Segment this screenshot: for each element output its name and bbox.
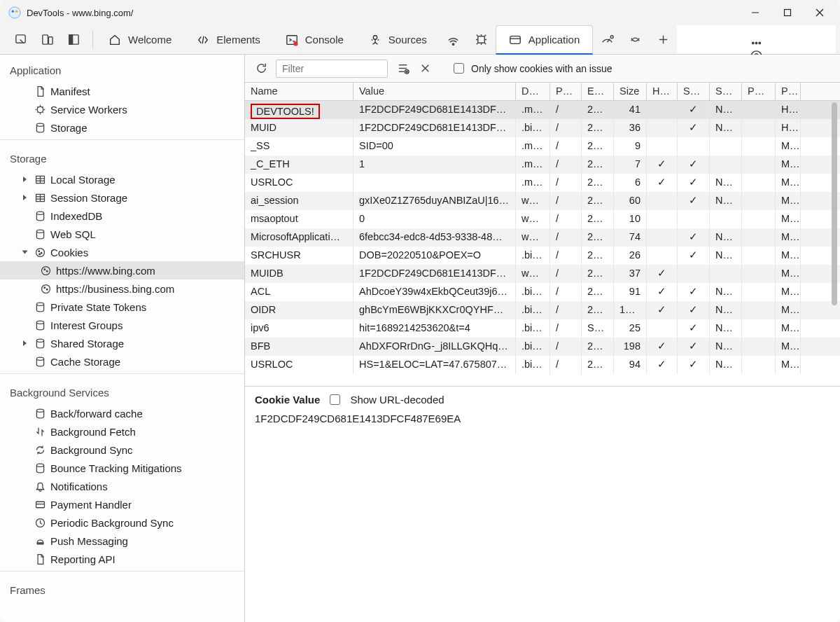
gesture-icon[interactable] [621, 25, 649, 54]
table-row[interactable]: ipv6hit=1689214253620&t=4.bi…/Ses…25✓No…… [245, 319, 840, 338]
sidebar-cookie-origin-bing[interactable]: https://www.bing.com [0, 261, 244, 279]
sidebar-bfcache[interactable]: Back/forward cache [0, 404, 244, 422]
tab-sources[interactable]: Sources [356, 25, 440, 54]
sidebar-local-storage[interactable]: Local Storage [0, 170, 244, 188]
refresh-icon[interactable] [253, 61, 269, 76]
sidebar-interest-groups[interactable]: Interest Groups [0, 316, 244, 334]
tab-welcome[interactable]: Welcome [96, 25, 184, 54]
sidebar-notifications[interactable]: Notifications [0, 477, 244, 495]
sidebar-bg-sync[interactable]: Background Sync [0, 441, 244, 459]
add-tab-icon[interactable] [649, 25, 677, 54]
dock-icon[interactable] [62, 33, 85, 46]
table-row[interactable]: MicrosoftApplicati…6febcc34-edc8-4d53-93… [245, 228, 840, 247]
tab-label: Welcome [128, 34, 172, 46]
cookie-value-text: 1F2DCDF249CD681E1413DFCF487E69EA [255, 413, 830, 424]
table-header[interactable]: Name Value Do… Path Ex… Size Htt… Sec… S… [245, 83, 840, 101]
svg-point-28 [36, 123, 43, 126]
table-row[interactable]: _C_ETH1.ms…/20…7✓✓Me… [245, 156, 840, 174]
sidebar-websql[interactable]: Web SQL [0, 225, 244, 243]
sidebar-service-workers[interactable]: Service Workers [0, 100, 244, 118]
window-title: DevTools - www.bing.com/ [27, 8, 739, 18]
svg-point-45 [46, 270, 48, 272]
table-row[interactable]: MUID1F2DCDF249CD681E1413DFC….bi…/20…36✓N… [245, 119, 840, 137]
tab-console[interactable]: Console [273, 25, 356, 54]
table-row[interactable]: msaoptout0ww…/20…10Me… [245, 210, 840, 228]
sidebar-shared-storage[interactable]: Shared Storage [0, 334, 244, 352]
svg-point-39 [36, 248, 44, 256]
filter-input[interactable] [276, 60, 388, 78]
minimize-button[interactable] [739, 2, 771, 23]
tab-label: Elements [216, 34, 260, 46]
url-decoded-checkbox[interactable] [330, 394, 340, 405]
only-issue-checkbox[interactable] [454, 63, 464, 74]
svg-point-47 [43, 286, 45, 288]
table-row[interactable]: USRLOC.ms…/20…6✓✓No…Me… [245, 174, 840, 192]
sidebar-session-storage[interactable]: Session Storage [0, 188, 244, 207]
sidebar-periodic-sync[interactable]: Periodic Background Sync [0, 513, 244, 532]
svg-point-24 [759, 42, 760, 43]
sidebar-reporting[interactable]: Reporting API [0, 550, 244, 568]
memory-icon[interactable] [468, 25, 496, 54]
svg-point-53 [36, 409, 43, 412]
svg-point-2 [15, 10, 18, 13]
performance-icon[interactable] [593, 25, 621, 54]
maximize-button[interactable] [771, 2, 804, 23]
section-storage: Storage [0, 143, 244, 170]
table-row[interactable]: ACLAhDcoeY39w4xEkbQCeut39j6….bi…/20…91✓✓… [245, 283, 840, 301]
svg-point-51 [36, 339, 43, 342]
clear-list-icon[interactable] [395, 61, 410, 76]
svg-point-43 [41, 266, 50, 275]
detail-title: Cookie Value [255, 394, 320, 406]
table-row[interactable]: DEVTOOLS!1F2DCDF249CD681E1413DFC….ms…/20… [245, 101, 840, 119]
svg-point-19 [610, 36, 613, 39]
cookie-detail: Cookie Value Show URL-decoded 1F2DCDF249… [245, 387, 840, 622]
sidebar-private-state-tokens[interactable]: Private State Tokens [0, 298, 244, 316]
cookies-table[interactable]: Name Value Do… Path Ex… Size Htt… Sec… S… [245, 83, 840, 387]
sidebar-bounce[interactable]: Bounce Tracking Mitigations [0, 459, 244, 477]
close-button[interactable] [804, 2, 836, 23]
svg-point-44 [43, 268, 45, 270]
sidebar-push[interactable]: Push Messaging [0, 532, 244, 550]
svg-rect-4 [785, 10, 791, 16]
cookies-toolbar: Only show cookies with an issue [245, 55, 840, 83]
table-row[interactable]: ai_sessiongxIXe0Z1Z765duyANBIZaU|16…ww…/… [245, 192, 840, 210]
delete-icon[interactable] [417, 61, 433, 76]
sidebar-cookie-origin-business[interactable]: https://business.bing.com [0, 279, 244, 298]
sidebar-storage[interactable]: Storage [0, 118, 244, 137]
table-row[interactable]: OIDRghBcYmE6WBjKKXCr0QYHFPX….bi…/20…1159… [245, 301, 840, 319]
tab-label: Sources [388, 34, 427, 46]
table-row[interactable]: _SSSID=00.ms…/20…9Me… [245, 137, 840, 156]
svg-rect-55 [36, 502, 44, 508]
svg-point-23 [755, 42, 757, 43]
sidebar[interactable]: Application Manifest Service Workers Sto… [0, 55, 245, 622]
network-conditions-icon[interactable] [440, 25, 468, 54]
sidebar-manifest[interactable]: Manifest [0, 82, 244, 100]
sidebar-cookies[interactable]: Cookies [0, 243, 244, 261]
table-row[interactable]: MUIDB1F2DCDF249CD681E1413DFC…ww…/20…37✓M… [245, 265, 840, 283]
svg-rect-7 [15, 35, 24, 43]
table-row[interactable]: USRLOCHS=1&ELOC=LAT=47.675807….bi…/20…94… [245, 356, 840, 374]
device-toggle-icon[interactable] [35, 33, 59, 46]
tab-application[interactable]: Application [496, 25, 593, 55]
svg-point-14 [373, 35, 377, 39]
sidebar-payment[interactable]: Payment Handler [0, 495, 244, 513]
cookies-panel: Only show cookies with an issue Name Val… [245, 55, 840, 622]
more-icon[interactable] [741, 36, 772, 50]
svg-point-54 [36, 464, 43, 466]
tab-elements[interactable]: Elements [184, 25, 273, 54]
tab-label: Console [305, 34, 344, 46]
svg-rect-11 [69, 35, 72, 44]
table-row[interactable]: BFBAhDXFORrDnG-_j8ILLGKQHq….bi…/20…198✓✓… [245, 338, 840, 356]
table-row[interactable]: SRCHUSRDOB=20220510&POEX=O.bi…/20…26✓No…… [245, 247, 840, 265]
svg-point-1 [12, 10, 15, 13]
url-decoded-label: Show URL-decoded [350, 394, 444, 406]
sidebar-indexeddb[interactable]: IndexedDB [0, 207, 244, 225]
inspect-icon[interactable] [8, 33, 32, 46]
svg-point-49 [36, 303, 43, 305]
sidebar-bg-fetch[interactable]: Background Fetch [0, 422, 244, 441]
svg-point-37 [36, 212, 43, 214]
table-scrollbar[interactable] [830, 102, 839, 385]
sidebar-cache-storage[interactable]: Cache Storage [0, 352, 244, 371]
section-application: Application [0, 55, 244, 82]
svg-point-15 [453, 43, 454, 45]
